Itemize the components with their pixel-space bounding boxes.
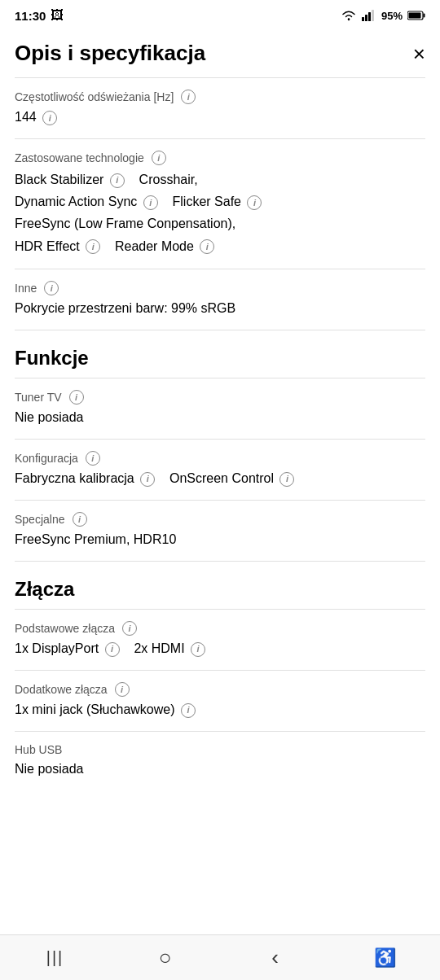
tuner-tv-value: Nie posiada bbox=[15, 408, 425, 439]
page-title: Opis i specyfikacja bbox=[15, 41, 205, 66]
svg-point-0 bbox=[348, 19, 350, 20]
technologies-info-icon[interactable]: i bbox=[152, 151, 166, 165]
svg-rect-4 bbox=[372, 10, 374, 21]
dodatkowe-zlacza-info-icon[interactable]: i bbox=[115, 682, 130, 697]
reader-mode-info-icon[interactable]: i bbox=[200, 239, 214, 254]
refresh-rate-label: Częstotliwość odświeżania [Hz] i bbox=[15, 78, 425, 107]
close-button[interactable]: × bbox=[413, 43, 425, 64]
technologies-section: Zastosowane technologie i Black Stabiliz… bbox=[0, 139, 440, 269]
tech-row-4: HDR Effect i Reader Mode i bbox=[15, 235, 425, 257]
technologies-label: Zastosowane technologie i bbox=[15, 139, 425, 168]
menu-icon: ||| bbox=[46, 948, 64, 967]
konfiguracja-info-icon[interactable]: i bbox=[86, 451, 100, 466]
refresh-rate-info-icon[interactable]: i bbox=[181, 90, 196, 104]
svg-rect-6 bbox=[424, 14, 425, 18]
gallery-icon: 🖼 bbox=[51, 8, 64, 23]
podstawowe-zlacza-info-icon[interactable]: i bbox=[122, 621, 137, 636]
hub-usb-value: Nie posiada bbox=[15, 759, 425, 790]
tuner-tv-info-icon[interactable]: i bbox=[69, 390, 84, 405]
hdr-effect-info-icon[interactable]: i bbox=[86, 239, 100, 254]
dodatkowe-zlacza-value: 1x mini jack (Słuchawkowe) i bbox=[15, 700, 425, 731]
specjalne-info-icon[interactable]: i bbox=[73, 512, 87, 527]
flicker-safe-info-icon[interactable]: i bbox=[247, 195, 262, 210]
wifi-icon bbox=[341, 10, 357, 21]
fabryczna-kalibracja-info-icon[interactable]: i bbox=[140, 472, 155, 487]
dodatkowe-zlacza-section: Dodatkowe złącza i 1x mini jack (Słuchaw… bbox=[0, 671, 440, 731]
battery-icon bbox=[407, 11, 425, 20]
battery-percent: 95% bbox=[381, 10, 403, 22]
tuner-tv-label: Tuner TV i bbox=[15, 378, 425, 408]
specjalne-label: Specjalne i bbox=[15, 501, 425, 530]
nav-back-button[interactable]: ‹ bbox=[251, 942, 300, 974]
status-icons: 95% bbox=[341, 10, 425, 22]
technologies-value: Black Stabilizer i Crosshair, Dynamic Ac… bbox=[15, 168, 425, 269]
podstawowe-zlacza-section: Podstawowe złącza i 1x DisplayPort i 2x … bbox=[0, 610, 440, 670]
zlacza-heading: Złącza bbox=[0, 562, 440, 609]
refresh-rate-value: 144 i bbox=[15, 107, 425, 138]
inne-section: Inne i Pokrycie przestrzeni barw: 99% sR… bbox=[0, 269, 440, 330]
tuner-tv-section: Tuner TV i Nie posiada bbox=[0, 378, 440, 439]
onscreen-control-info-icon[interactable]: i bbox=[279, 472, 294, 487]
dodatkowe-zlacza-label: Dodatkowe złącza i bbox=[15, 671, 425, 700]
displayport-info-icon[interactable]: i bbox=[105, 642, 120, 657]
black-stabilizer-info-icon[interactable]: i bbox=[110, 173, 125, 188]
refresh-rate-section: Częstotliwość odświeżania [Hz] i 144 i bbox=[0, 78, 440, 138]
page-header: Opis i specyfikacja × bbox=[0, 29, 440, 77]
konfiguracja-label: Konfiguracja i bbox=[15, 440, 425, 469]
nav-accessibility-button[interactable]: ♿ bbox=[361, 942, 410, 974]
back-icon: ‹ bbox=[271, 945, 279, 970]
inne-value: Pokrycie przestrzeni barw: 99% sRGB bbox=[15, 299, 425, 330]
tech-row-3: FreeSync (Low Frame Conpensation), bbox=[15, 212, 425, 234]
nav-menu-button[interactable]: ||| bbox=[31, 942, 80, 974]
bottom-padding bbox=[0, 790, 440, 847]
accessibility-icon: ♿ bbox=[374, 947, 396, 969]
konfiguracja-section: Konfiguracja i Fabryczna kalibracja i On… bbox=[0, 440, 440, 500]
specjalne-section: Specjalne i FreeSync Premium, HDR10 bbox=[0, 501, 440, 561]
status-time: 11:30 bbox=[15, 9, 46, 23]
hub-usb-section: Hub USB Nie posiada bbox=[0, 732, 440, 790]
svg-rect-2 bbox=[365, 15, 367, 21]
home-icon: ○ bbox=[159, 945, 172, 970]
konfiguracja-value: Fabryczna kalibracja i OnScreen Control … bbox=[15, 469, 425, 500]
hub-usb-label: Hub USB bbox=[15, 732, 425, 759]
mini-jack-info-icon[interactable]: i bbox=[181, 703, 196, 718]
inne-info-icon[interactable]: i bbox=[44, 281, 59, 295]
refresh-rate-value-info-icon[interactable]: i bbox=[42, 111, 57, 125]
nav-home-button[interactable]: ○ bbox=[141, 942, 190, 974]
tech-row-2: Dynamic Action Sync i Flicker Safe i bbox=[15, 190, 425, 212]
svg-rect-3 bbox=[368, 12, 371, 21]
podstawowe-zlacza-label: Podstawowe złącza i bbox=[15, 610, 425, 639]
status-bar: 11:30 🖼 95% bbox=[0, 0, 440, 29]
funkcje-heading: Funkcje bbox=[0, 330, 440, 378]
dynamic-action-sync-info-icon[interactable]: i bbox=[143, 195, 158, 210]
nav-bar: ||| ○ ‹ ♿ bbox=[0, 934, 440, 980]
inne-label: Inne i bbox=[15, 269, 425, 299]
signal-icon bbox=[362, 10, 376, 21]
specjalne-value: FreeSync Premium, HDR10 bbox=[15, 530, 425, 561]
svg-rect-7 bbox=[409, 13, 421, 19]
svg-rect-1 bbox=[362, 17, 364, 21]
hdmi-info-icon[interactable]: i bbox=[191, 642, 205, 657]
podstawowe-zlacza-value: 1x DisplayPort i 2x HDMI i bbox=[15, 639, 425, 670]
tech-row-1: Black Stabilizer i Crosshair, bbox=[15, 168, 425, 190]
